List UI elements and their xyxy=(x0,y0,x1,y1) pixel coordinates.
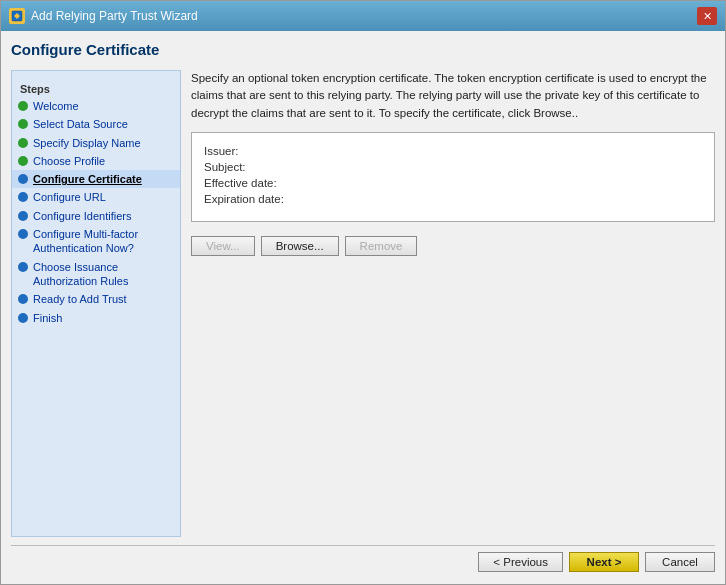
next-button[interactable]: Next > xyxy=(569,552,639,572)
sidebar-label-configure-multifactor: Configure Multi-factor Authentication No… xyxy=(33,227,172,256)
page-title: Configure Certificate xyxy=(11,41,715,58)
sidebar-label-configure-url: Configure URL xyxy=(33,190,106,204)
sidebar-item-choose-profile[interactable]: Choose Profile xyxy=(12,152,180,170)
sidebar-dot-configure-certificate xyxy=(18,174,28,184)
sidebar-label-configure-identifiers: Configure Identifiers xyxy=(33,209,131,223)
cert-expiration: Expiration date: xyxy=(204,191,702,207)
sidebar-section-label: Steps xyxy=(12,79,180,97)
sidebar-dot-select-data-source xyxy=(18,119,28,129)
sidebar-dot-welcome xyxy=(18,101,28,111)
footer: < Previous Next > Cancel xyxy=(11,545,715,574)
sidebar-item-specify-display-name[interactable]: Specify Display Name xyxy=(12,134,180,152)
cert-effective: Effective date: xyxy=(204,175,702,191)
sidebar-item-ready-to-add[interactable]: Ready to Add Trust xyxy=(12,290,180,308)
sidebar-item-configure-certificate[interactable]: Configure Certificate xyxy=(12,170,180,188)
view-button[interactable]: View... xyxy=(191,236,255,256)
sidebar-label-choose-issuance: Choose Issuance Authorization Rules xyxy=(33,260,172,289)
sidebar-item-welcome[interactable]: Welcome xyxy=(12,97,180,115)
main-window: Add Relying Party Trust Wizard ✕ Configu… xyxy=(0,0,726,585)
cert-box: Issuer: Subject: Effective date: Expirat… xyxy=(191,132,715,222)
title-bar: Add Relying Party Trust Wizard ✕ xyxy=(1,1,725,31)
main-panel: Specify an optional token encryption cer… xyxy=(191,70,715,537)
sidebar-dot-choose-profile xyxy=(18,156,28,166)
sidebar-dot-configure-url xyxy=(18,192,28,202)
sidebar-label-welcome: Welcome xyxy=(33,99,79,113)
previous-button[interactable]: < Previous xyxy=(478,552,563,572)
title-bar-left: Add Relying Party Trust Wizard xyxy=(9,8,198,24)
sidebar-label-select-data-source: Select Data Source xyxy=(33,117,128,131)
sidebar-label-finish: Finish xyxy=(33,311,62,325)
cert-issuer: Issuer: xyxy=(204,143,702,159)
cert-subject: Subject: xyxy=(204,159,702,175)
cert-buttons: View... Browse... Remove xyxy=(191,236,715,256)
description-text: Specify an optional token encryption cer… xyxy=(191,70,715,122)
sidebar-dot-configure-identifiers xyxy=(18,211,28,221)
sidebar-item-select-data-source[interactable]: Select Data Source xyxy=(12,115,180,133)
window-title: Add Relying Party Trust Wizard xyxy=(31,9,198,23)
sidebar-label-specify-display-name: Specify Display Name xyxy=(33,136,141,150)
sidebar-item-choose-issuance[interactable]: Choose Issuance Authorization Rules xyxy=(12,258,180,291)
sidebar-dot-ready-to-add xyxy=(18,294,28,304)
sidebar-item-configure-multifactor[interactable]: Configure Multi-factor Authentication No… xyxy=(12,225,180,258)
remove-button[interactable]: Remove xyxy=(345,236,418,256)
app-icon xyxy=(9,8,25,24)
sidebar-item-configure-url[interactable]: Configure URL xyxy=(12,188,180,206)
sidebar-dot-specify-display-name xyxy=(18,138,28,148)
sidebar-label-choose-profile: Choose Profile xyxy=(33,154,105,168)
sidebar-item-configure-identifiers[interactable]: Configure Identifiers xyxy=(12,207,180,225)
sidebar-item-finish[interactable]: Finish xyxy=(12,309,180,327)
sidebar: Steps WelcomeSelect Data SourceSpecify D… xyxy=(11,70,181,537)
sidebar-label-configure-certificate: Configure Certificate xyxy=(33,172,142,186)
sidebar-dot-configure-multifactor xyxy=(18,229,28,239)
content-area: Steps WelcomeSelect Data SourceSpecify D… xyxy=(11,70,715,537)
window-body: Configure Certificate Steps WelcomeSelec… xyxy=(1,31,725,584)
sidebar-dot-choose-issuance xyxy=(18,262,28,272)
cancel-button[interactable]: Cancel xyxy=(645,552,715,572)
sidebar-dot-finish xyxy=(18,313,28,323)
browse-button[interactable]: Browse... xyxy=(261,236,339,256)
sidebar-label-ready-to-add: Ready to Add Trust xyxy=(33,292,127,306)
close-button[interactable]: ✕ xyxy=(697,7,717,25)
